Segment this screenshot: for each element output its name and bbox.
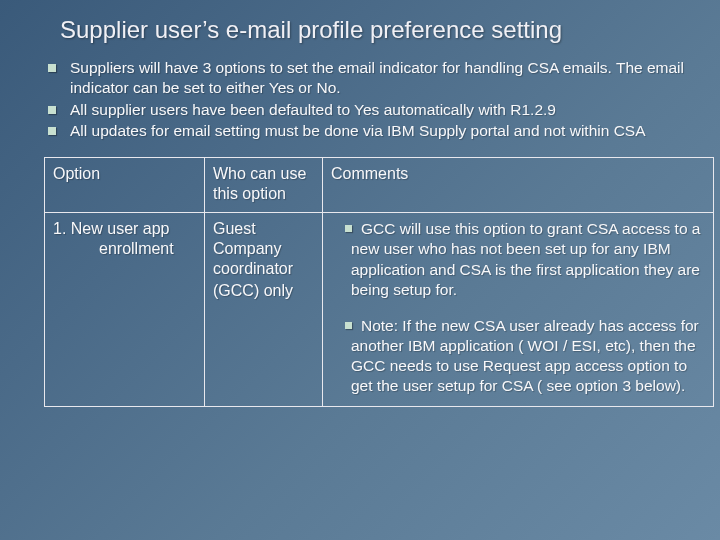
- who-line2: (GCC) only: [213, 281, 314, 301]
- cell-option: 1. New user app enrollment: [45, 213, 205, 407]
- slide-container: Supplier user’s e-mail profile preferenc…: [0, 0, 720, 540]
- comment-text: GCC will use this option to grant CSA ac…: [351, 220, 700, 297]
- table-header-row: Option Who can use this option Comments: [45, 158, 714, 213]
- bullet-item: All supplier users have been defaulted t…: [44, 100, 690, 120]
- option-line1: 1. New user app: [53, 220, 170, 237]
- header-comments: Comments: [323, 158, 714, 213]
- who-line1: Guest Company coordinator: [213, 220, 293, 277]
- bullet-list: Suppliers will have 3 options to set the…: [24, 58, 696, 141]
- bullet-item: All updates for email setting must be do…: [44, 121, 690, 141]
- bullet-item: Suppliers will have 3 options to set the…: [44, 58, 690, 98]
- comment-item: GCC will use this option to grant CSA ac…: [331, 219, 705, 300]
- slide-title: Supplier user’s e-mail profile preferenc…: [60, 16, 696, 44]
- header-who: Who can use this option: [205, 158, 323, 213]
- cell-comments: GCC will use this option to grant CSA ac…: [323, 213, 714, 407]
- header-option: Option: [45, 158, 205, 213]
- comment-text: Note: If the new CSA user already has ac…: [351, 317, 699, 394]
- table-row: 1. New user app enrollment Guest Company…: [45, 213, 714, 407]
- options-table: Option Who can use this option Comments …: [44, 157, 714, 407]
- comment-bullets: GCC will use this option to grant CSA ac…: [331, 219, 705, 396]
- cell-who: Guest Company coordinator (GCC) only: [205, 213, 323, 407]
- option-line2: enrollment: [53, 239, 196, 259]
- comment-item: Note: If the new CSA user already has ac…: [331, 316, 705, 397]
